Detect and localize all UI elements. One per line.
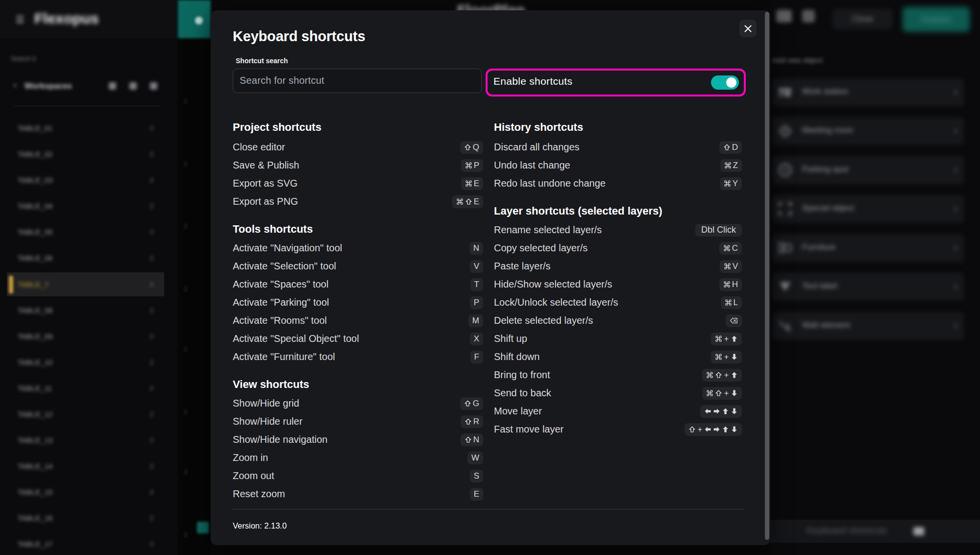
svg-text:P: P (783, 167, 787, 174)
